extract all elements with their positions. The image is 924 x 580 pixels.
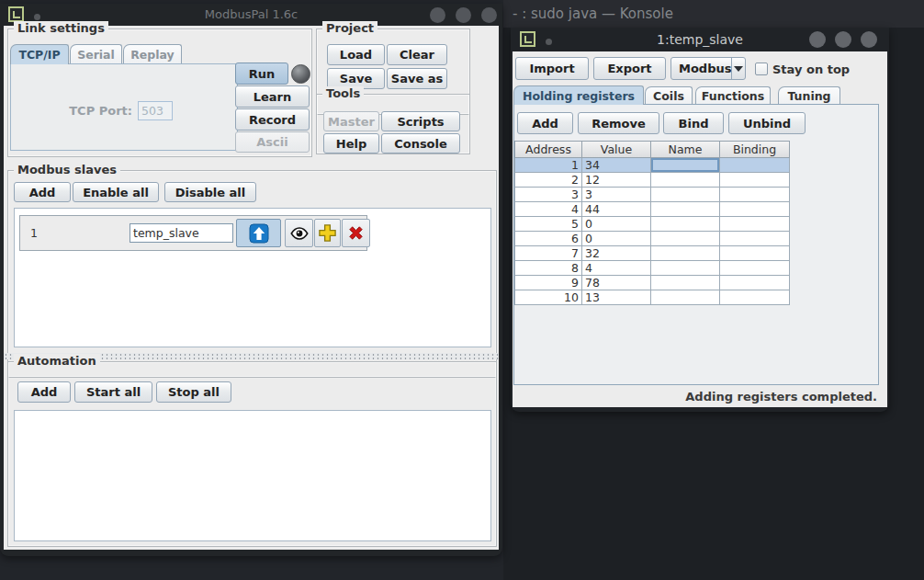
learn-button[interactable]: Learn (235, 85, 310, 108)
close-button[interactable] (861, 31, 877, 48)
help-button[interactable]: Help (323, 133, 379, 154)
cell-value[interactable]: 13 (582, 290, 651, 305)
cell-value[interactable]: 32 (582, 246, 651, 261)
cell-name[interactable] (651, 246, 720, 261)
cell-binding[interactable] (720, 217, 790, 232)
cell-address[interactable]: 4 (514, 202, 582, 217)
slave-delete-button[interactable] (342, 219, 370, 247)
cell-address[interactable]: 1 (514, 158, 582, 173)
table-row[interactable]: 5 0 (514, 217, 791, 232)
table-row[interactable]: 10 13 (514, 290, 791, 305)
clear-button[interactable]: Clear (387, 44, 447, 65)
scripts-button[interactable]: Scripts (381, 111, 460, 131)
cell-name[interactable] (651, 276, 720, 290)
table-row[interactable]: 4 44 (514, 202, 791, 217)
run-button[interactable]: Run (235, 63, 288, 85)
konsole-titlebar[interactable]: - : sudo java — Konsole (503, 0, 924, 28)
maximize-button[interactable] (456, 7, 471, 23)
load-button[interactable]: Load (327, 44, 385, 65)
cell-address[interactable]: 2 (514, 173, 582, 188)
cell-name[interactable] (651, 173, 720, 188)
tab-coils[interactable]: Coils (645, 86, 693, 104)
table-row[interactable]: 2 12 (514, 173, 791, 188)
cell-address[interactable]: 5 (514, 217, 582, 232)
table-header[interactable]: Address Value Name Binding (514, 141, 791, 158)
slave-name-field[interactable]: temp_slave (130, 223, 233, 243)
cell-binding[interactable] (720, 188, 790, 202)
cell-value[interactable]: 44 (582, 202, 651, 217)
cell-value[interactable]: 78 (582, 276, 651, 290)
table-row[interactable]: 8 4 (514, 261, 791, 276)
column-header-value[interactable]: Value (582, 141, 651, 158)
disable-all-button[interactable]: Disable all (164, 182, 256, 202)
cell-value[interactable]: 4 (582, 261, 651, 276)
cell-address[interactable]: 9 (514, 276, 582, 290)
table-row[interactable]: 1 34 (514, 158, 791, 173)
cell-address[interactable]: 3 (514, 188, 582, 202)
cell-name[interactable] (651, 202, 720, 217)
tab-serial[interactable]: Serial (70, 44, 122, 63)
cell-address[interactable]: 6 (514, 232, 582, 246)
enable-all-button[interactable]: Enable all (73, 182, 159, 202)
cell-name[interactable] (651, 217, 720, 232)
cell-address[interactable]: 8 (514, 261, 582, 276)
cell-value[interactable]: 12 (582, 173, 651, 188)
cell-binding[interactable] (720, 246, 790, 261)
column-header-address[interactable]: Address (514, 141, 582, 158)
automation-add-button[interactable]: Add (17, 381, 71, 403)
cell-name[interactable] (651, 158, 720, 173)
start-all-button[interactable]: Start all (74, 381, 152, 403)
cell-address[interactable]: 10 (514, 290, 582, 305)
tab-functions[interactable]: Functions (695, 86, 771, 104)
cell-binding[interactable] (720, 290, 790, 305)
table-row[interactable]: 6 0 (514, 232, 791, 246)
slave-titlebar[interactable]: 1:temp_slave (511, 28, 889, 51)
cell-binding[interactable] (720, 232, 790, 246)
cell-name[interactable] (651, 261, 720, 276)
cell-value[interactable]: 0 (582, 217, 651, 232)
stop-all-button[interactable]: Stop all (156, 381, 231, 403)
register-bind-button[interactable]: Bind (663, 112, 724, 134)
cell-name[interactable] (651, 290, 720, 305)
column-header-name[interactable]: Name (651, 141, 720, 158)
minimize-button[interactable] (430, 7, 445, 23)
slave-view-button[interactable] (285, 219, 313, 247)
tcp-port-field[interactable]: 503 (138, 101, 173, 120)
protocol-combobox[interactable]: Modbus (670, 57, 746, 80)
table-row[interactable]: 7 32 (514, 246, 791, 261)
record-button[interactable]: Record (235, 108, 310, 131)
slave-enable-toggle[interactable] (236, 219, 281, 247)
register-add-button[interactable]: Add (517, 112, 573, 134)
cell-name[interactable] (651, 188, 720, 202)
console-button[interactable]: Console (381, 133, 460, 154)
cell-name[interactable] (651, 232, 720, 246)
cell-address[interactable]: 7 (514, 246, 582, 261)
slave-add-button[interactable]: Add (14, 182, 71, 202)
export-button[interactable]: Export (593, 57, 666, 80)
cell-value[interactable]: 3 (582, 188, 651, 202)
minimize-button[interactable] (809, 31, 826, 48)
cell-binding[interactable] (720, 276, 790, 290)
table-row[interactable]: 3 3 (514, 188, 791, 202)
cell-binding[interactable] (720, 261, 790, 276)
save-as-button[interactable]: Save as (387, 68, 447, 89)
register-unbind-button[interactable]: Unbind (728, 112, 806, 134)
chevron-down-icon[interactable] (731, 58, 745, 79)
cell-binding[interactable] (720, 158, 790, 173)
ascii-button[interactable]: Ascii (235, 131, 310, 153)
cell-value[interactable]: 34 (582, 158, 651, 173)
cell-binding[interactable] (720, 202, 790, 217)
column-header-binding[interactable]: Binding (720, 141, 790, 158)
stay-on-top-checkbox[interactable] (755, 63, 768, 75)
cell-value[interactable]: 0 (582, 232, 651, 246)
close-button[interactable] (481, 7, 497, 23)
master-button[interactable]: Master (323, 111, 379, 131)
tab-holding-registers[interactable]: Holding registers (513, 85, 644, 105)
tab-tuning[interactable]: Tuning (778, 86, 840, 104)
cell-binding[interactable] (720, 173, 790, 188)
table-row[interactable]: 9 78 (514, 276, 791, 290)
import-button[interactable]: Import (515, 57, 589, 80)
maximize-button[interactable] (835, 31, 851, 48)
tab-replay[interactable]: Replay (123, 44, 182, 63)
tab-tcpip[interactable]: TCP/IP (10, 44, 69, 64)
